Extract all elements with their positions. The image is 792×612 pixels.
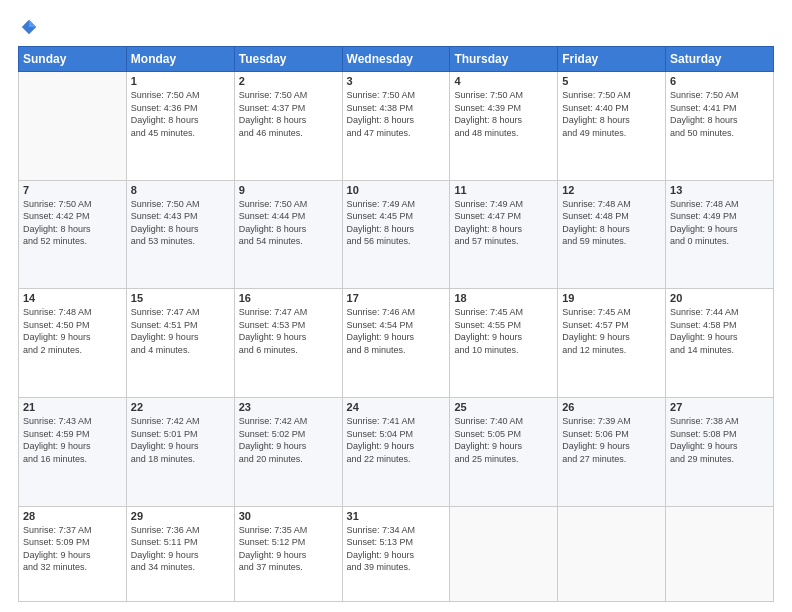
- weekday-header: Tuesday: [234, 47, 342, 72]
- calendar-day-cell: 28Sunrise: 7:37 AMSunset: 5:09 PMDayligh…: [19, 506, 127, 601]
- day-info: Sunrise: 7:50 AMSunset: 4:37 PMDaylight:…: [239, 89, 338, 139]
- calendar-day-cell: 30Sunrise: 7:35 AMSunset: 5:12 PMDayligh…: [234, 506, 342, 601]
- day-info: Sunrise: 7:41 AMSunset: 5:04 PMDaylight:…: [347, 415, 446, 465]
- calendar-day-cell: 31Sunrise: 7:34 AMSunset: 5:13 PMDayligh…: [342, 506, 450, 601]
- logo-icon: [20, 18, 38, 36]
- calendar-day-cell: [666, 506, 774, 601]
- day-number: 8: [131, 184, 230, 196]
- calendar-day-cell: 3Sunrise: 7:50 AMSunset: 4:38 PMDaylight…: [342, 72, 450, 181]
- calendar-day-cell: 20Sunrise: 7:44 AMSunset: 4:58 PMDayligh…: [666, 289, 774, 398]
- day-info: Sunrise: 7:48 AMSunset: 4:49 PMDaylight:…: [670, 198, 769, 248]
- day-info: Sunrise: 7:42 AMSunset: 5:02 PMDaylight:…: [239, 415, 338, 465]
- calendar-day-cell: 17Sunrise: 7:46 AMSunset: 4:54 PMDayligh…: [342, 289, 450, 398]
- logo: [18, 18, 38, 36]
- calendar-day-cell: 10Sunrise: 7:49 AMSunset: 4:45 PMDayligh…: [342, 180, 450, 289]
- calendar-day-cell: 16Sunrise: 7:47 AMSunset: 4:53 PMDayligh…: [234, 289, 342, 398]
- day-number: 7: [23, 184, 122, 196]
- day-number: 5: [562, 75, 661, 87]
- day-number: 17: [347, 292, 446, 304]
- day-info: Sunrise: 7:35 AMSunset: 5:12 PMDaylight:…: [239, 524, 338, 574]
- day-info: Sunrise: 7:50 AMSunset: 4:40 PMDaylight:…: [562, 89, 661, 139]
- day-info: Sunrise: 7:43 AMSunset: 4:59 PMDaylight:…: [23, 415, 122, 465]
- calendar-day-cell: 23Sunrise: 7:42 AMSunset: 5:02 PMDayligh…: [234, 397, 342, 506]
- day-info: Sunrise: 7:42 AMSunset: 5:01 PMDaylight:…: [131, 415, 230, 465]
- calendar-day-cell: 14Sunrise: 7:48 AMSunset: 4:50 PMDayligh…: [19, 289, 127, 398]
- day-info: Sunrise: 7:49 AMSunset: 4:47 PMDaylight:…: [454, 198, 553, 248]
- day-number: 27: [670, 401, 769, 413]
- day-info: Sunrise: 7:48 AMSunset: 4:48 PMDaylight:…: [562, 198, 661, 248]
- day-number: 21: [23, 401, 122, 413]
- day-number: 2: [239, 75, 338, 87]
- day-number: 20: [670, 292, 769, 304]
- day-number: 1: [131, 75, 230, 87]
- calendar-day-cell: 26Sunrise: 7:39 AMSunset: 5:06 PMDayligh…: [558, 397, 666, 506]
- svg-marker-1: [29, 20, 36, 27]
- day-info: Sunrise: 7:45 AMSunset: 4:55 PMDaylight:…: [454, 306, 553, 356]
- day-info: Sunrise: 7:47 AMSunset: 4:51 PMDaylight:…: [131, 306, 230, 356]
- day-info: Sunrise: 7:50 AMSunset: 4:36 PMDaylight:…: [131, 89, 230, 139]
- calendar-day-cell: 21Sunrise: 7:43 AMSunset: 4:59 PMDayligh…: [19, 397, 127, 506]
- calendar-day-cell: 11Sunrise: 7:49 AMSunset: 4:47 PMDayligh…: [450, 180, 558, 289]
- day-number: 26: [562, 401, 661, 413]
- day-info: Sunrise: 7:47 AMSunset: 4:53 PMDaylight:…: [239, 306, 338, 356]
- weekday-header: Friday: [558, 47, 666, 72]
- day-info: Sunrise: 7:36 AMSunset: 5:11 PMDaylight:…: [131, 524, 230, 574]
- calendar-week-row: 7Sunrise: 7:50 AMSunset: 4:42 PMDaylight…: [19, 180, 774, 289]
- calendar-day-cell: 9Sunrise: 7:50 AMSunset: 4:44 PMDaylight…: [234, 180, 342, 289]
- calendar-header-row: SundayMondayTuesdayWednesdayThursdayFrid…: [19, 47, 774, 72]
- day-number: 29: [131, 510, 230, 522]
- calendar-week-row: 21Sunrise: 7:43 AMSunset: 4:59 PMDayligh…: [19, 397, 774, 506]
- calendar-day-cell: [19, 72, 127, 181]
- calendar-day-cell: 24Sunrise: 7:41 AMSunset: 5:04 PMDayligh…: [342, 397, 450, 506]
- calendar-day-cell: [450, 506, 558, 601]
- day-number: 15: [131, 292, 230, 304]
- calendar-day-cell: 18Sunrise: 7:45 AMSunset: 4:55 PMDayligh…: [450, 289, 558, 398]
- day-info: Sunrise: 7:46 AMSunset: 4:54 PMDaylight:…: [347, 306, 446, 356]
- day-info: Sunrise: 7:44 AMSunset: 4:58 PMDaylight:…: [670, 306, 769, 356]
- calendar-day-cell: 4Sunrise: 7:50 AMSunset: 4:39 PMDaylight…: [450, 72, 558, 181]
- day-number: 23: [239, 401, 338, 413]
- calendar-day-cell: 22Sunrise: 7:42 AMSunset: 5:01 PMDayligh…: [126, 397, 234, 506]
- calendar-day-cell: 12Sunrise: 7:48 AMSunset: 4:48 PMDayligh…: [558, 180, 666, 289]
- calendar-day-cell: [558, 506, 666, 601]
- calendar-day-cell: 25Sunrise: 7:40 AMSunset: 5:05 PMDayligh…: [450, 397, 558, 506]
- day-number: 11: [454, 184, 553, 196]
- day-info: Sunrise: 7:50 AMSunset: 4:43 PMDaylight:…: [131, 198, 230, 248]
- day-number: 25: [454, 401, 553, 413]
- calendar-day-cell: 29Sunrise: 7:36 AMSunset: 5:11 PMDayligh…: [126, 506, 234, 601]
- day-number: 4: [454, 75, 553, 87]
- calendar-day-cell: 27Sunrise: 7:38 AMSunset: 5:08 PMDayligh…: [666, 397, 774, 506]
- calendar-day-cell: 13Sunrise: 7:48 AMSunset: 4:49 PMDayligh…: [666, 180, 774, 289]
- calendar-day-cell: 2Sunrise: 7:50 AMSunset: 4:37 PMDaylight…: [234, 72, 342, 181]
- day-info: Sunrise: 7:34 AMSunset: 5:13 PMDaylight:…: [347, 524, 446, 574]
- day-info: Sunrise: 7:50 AMSunset: 4:44 PMDaylight:…: [239, 198, 338, 248]
- day-info: Sunrise: 7:37 AMSunset: 5:09 PMDaylight:…: [23, 524, 122, 574]
- calendar-week-row: 1Sunrise: 7:50 AMSunset: 4:36 PMDaylight…: [19, 72, 774, 181]
- day-number: 19: [562, 292, 661, 304]
- day-info: Sunrise: 7:50 AMSunset: 4:39 PMDaylight:…: [454, 89, 553, 139]
- weekday-header: Saturday: [666, 47, 774, 72]
- weekday-header: Wednesday: [342, 47, 450, 72]
- calendar-day-cell: 1Sunrise: 7:50 AMSunset: 4:36 PMDaylight…: [126, 72, 234, 181]
- calendar-week-row: 14Sunrise: 7:48 AMSunset: 4:50 PMDayligh…: [19, 289, 774, 398]
- day-info: Sunrise: 7:39 AMSunset: 5:06 PMDaylight:…: [562, 415, 661, 465]
- day-info: Sunrise: 7:38 AMSunset: 5:08 PMDaylight:…: [670, 415, 769, 465]
- calendar-day-cell: 15Sunrise: 7:47 AMSunset: 4:51 PMDayligh…: [126, 289, 234, 398]
- day-number: 24: [347, 401, 446, 413]
- day-info: Sunrise: 7:40 AMSunset: 5:05 PMDaylight:…: [454, 415, 553, 465]
- weekday-header: Thursday: [450, 47, 558, 72]
- day-number: 13: [670, 184, 769, 196]
- day-number: 16: [239, 292, 338, 304]
- day-number: 3: [347, 75, 446, 87]
- calendar-table: SundayMondayTuesdayWednesdayThursdayFrid…: [18, 46, 774, 602]
- calendar-day-cell: 7Sunrise: 7:50 AMSunset: 4:42 PMDaylight…: [19, 180, 127, 289]
- calendar-day-cell: 5Sunrise: 7:50 AMSunset: 4:40 PMDaylight…: [558, 72, 666, 181]
- day-number: 22: [131, 401, 230, 413]
- day-number: 10: [347, 184, 446, 196]
- day-number: 12: [562, 184, 661, 196]
- weekday-header: Monday: [126, 47, 234, 72]
- day-number: 30: [239, 510, 338, 522]
- calendar-week-row: 28Sunrise: 7:37 AMSunset: 5:09 PMDayligh…: [19, 506, 774, 601]
- day-number: 18: [454, 292, 553, 304]
- day-info: Sunrise: 7:50 AMSunset: 4:41 PMDaylight:…: [670, 89, 769, 139]
